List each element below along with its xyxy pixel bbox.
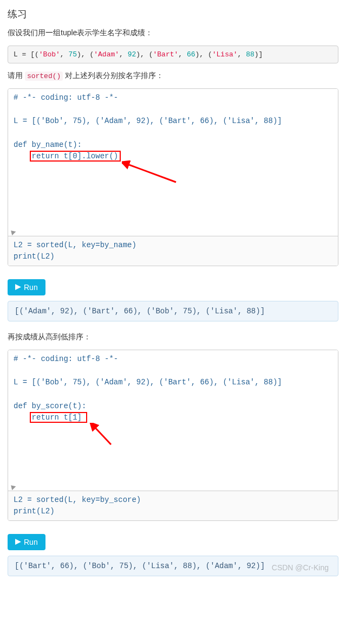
run-button-label: Run bbox=[24, 283, 38, 292]
text-span: 请用 bbox=[8, 71, 25, 80]
output-1: [('Adam', 92), ('Bart', 66), ('Bob', 75)… bbox=[8, 301, 338, 321]
scroll-indicator-icon bbox=[9, 229, 16, 236]
svg-marker-2 bbox=[15, 284, 21, 290]
svg-line-4 bbox=[94, 426, 111, 445]
intro-text-3: 再按成绩从高到低排序： bbox=[8, 332, 338, 342]
section-title: 练习 bbox=[8, 8, 338, 21]
play-icon bbox=[15, 538, 21, 546]
code-editor-1[interactable]: # -*- coding: utf-8 -*- L = [('Bob', 75)… bbox=[8, 88, 338, 266]
editor-bottom-2: L2 = sorted(L, key=by_score) print(L2) bbox=[8, 491, 338, 520]
editor-bottom-1: L2 = sorted(L, key=by_name) print(L2) bbox=[8, 236, 338, 266]
code-editor-2[interactable]: # -*- coding: utf-8 -*- L = [('Bob', 75)… bbox=[8, 350, 338, 521]
output-2: [('Bart', 66), ('Bob', 75), ('Lisa', 88)… bbox=[8, 556, 338, 576]
scroll-indicator-icon bbox=[9, 484, 16, 491]
svg-line-1 bbox=[126, 164, 176, 182]
highlight-box-1 bbox=[30, 151, 121, 162]
play-icon bbox=[15, 283, 21, 292]
run-button-label: Run bbox=[24, 538, 38, 546]
run-button-2[interactable]: Run bbox=[8, 534, 45, 550]
arrow-icon bbox=[122, 160, 181, 188]
intro-text-1: 假设我们用一组tuple表示学生名字和成绩： bbox=[8, 28, 338, 38]
svg-marker-5 bbox=[15, 539, 21, 545]
editor-top-1[interactable]: # -*- coding: utf-8 -*- L = [('Bob', 75)… bbox=[8, 89, 338, 236]
highlight-box-2 bbox=[30, 412, 87, 423]
inline-code-sorted: sorted() bbox=[25, 72, 63, 81]
intro-text-2: 请用 sorted() 对上述列表分别按名字排序： bbox=[8, 71, 338, 81]
sample-data-code: L = [('Bob', 75), ('Adam', 92), ('Bart',… bbox=[8, 46, 338, 63]
arrow-icon bbox=[89, 423, 122, 450]
text-span: 对上述列表分别按名字排序： bbox=[63, 71, 164, 80]
run-button-1[interactable]: Run bbox=[8, 279, 45, 295]
editor-top-2[interactable]: # -*- coding: utf-8 -*- L = [('Bob', 75)… bbox=[8, 350, 338, 491]
